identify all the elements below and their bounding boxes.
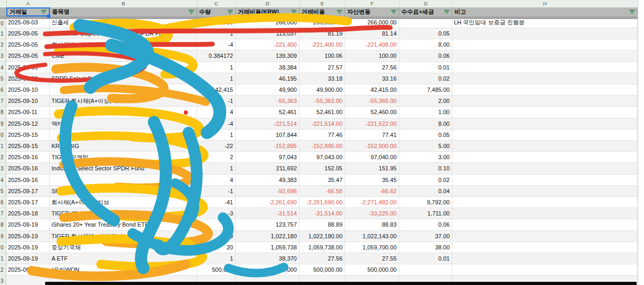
cell-change[interactable]: 77.41	[345, 129, 399, 141]
cell-note[interactable]	[452, 231, 638, 242]
cell-change[interactable]: -221,522.00	[345, 118, 399, 129]
cell-qty[interactable]: 19	[197, 231, 236, 242]
cell-note[interactable]	[452, 152, 638, 163]
cell-qty[interactable]: -22	[197, 141, 236, 152]
column-letter-D[interactable]: D	[236, 0, 300, 7]
cell-date[interactable]: 2025-09-03	[6, 19, 50, 28]
cell-note[interactable]	[452, 186, 638, 197]
row-number[interactable]: 2	[0, 152, 6, 163]
cell-name[interactable]: TIGER 모멘텀	[50, 152, 197, 163]
cell-qty[interactable]: 1	[197, 28, 236, 39]
cell-note[interactable]	[452, 219, 638, 230]
column-letter-B[interactable]: B	[50, 0, 198, 7]
cell-date[interactable]: 2025-09-09	[6, 73, 50, 84]
cell-cost[interactable]: 1,022,180.00	[299, 231, 345, 242]
cell-name[interactable]: 신출세	[50, 19, 197, 28]
cell-cost[interactable]: 27.56	[299, 253, 345, 264]
filter-icon[interactable]	[443, 9, 450, 15]
cell-cost[interactable]: 35.47	[299, 175, 345, 186]
cell-change[interactable]: -152,900.00	[345, 141, 399, 152]
cell-fee[interactable]: 0.02	[399, 73, 452, 84]
cell-fee[interactable]: 37.00	[399, 231, 452, 242]
cell-date[interactable]: 2025-09-19	[6, 253, 50, 264]
cell-change[interactable]: 35.45	[345, 175, 399, 186]
cell-cost_krw[interactable]: -221,514	[236, 118, 299, 129]
cell-cost_krw[interactable]: 49,383	[236, 175, 299, 186]
cell-name[interactable]: CME	[50, 50, 197, 62]
cell-date[interactable]: 2025-09-18	[6, 208, 50, 219]
cell-note[interactable]	[452, 84, 638, 96]
cell-fee[interactable]: 0.06	[399, 219, 452, 230]
cell-name[interactable]: (우리WON	[50, 264, 197, 275]
cell-qty[interactable]: 1	[197, 129, 236, 141]
cell-fee[interactable]: 8.00	[399, 39, 452, 50]
cell-cost[interactable]: -55,363.00	[299, 96, 345, 107]
cell-qty[interactable]: -4	[197, 39, 236, 50]
cell-cost[interactable]: 266,000.00	[299, 19, 345, 28]
header-cell-D[interactable]: 거래비용(KRW)	[236, 7, 299, 16]
row-number[interactable]: 9	[0, 231, 6, 242]
filter-icon[interactable]	[390, 9, 397, 15]
header-cell-H[interactable]: 비고	[452, 7, 638, 16]
cell-note[interactable]	[452, 264, 638, 275]
cell-qty[interactable]: -3	[197, 208, 236, 219]
cell-cost_krw[interactable]: 1,022,180	[236, 231, 299, 242]
cell-cost[interactable]: 81.19	[299, 28, 345, 39]
cell-name[interactable]: TIGER 회사채(A+이상)액티브	[50, 96, 197, 107]
cell-name[interactable]	[50, 175, 197, 186]
column-letter-A[interactable]: A	[6, 0, 50, 7]
cell-note[interactable]	[452, 107, 638, 118]
row-number[interactable]: 2	[0, 39, 6, 50]
filter-icon[interactable]	[40, 9, 47, 15]
cell-qty[interactable]: -1	[197, 186, 236, 197]
cell-qty[interactable]: -1	[197, 96, 236, 107]
cell-name[interactable]: 회사채(A+이상)액티브	[50, 39, 197, 50]
cell-fee[interactable]: 0.05	[399, 129, 452, 141]
cell-fee[interactable]: 9,792.00	[399, 197, 452, 208]
cell-qty[interactable]: 4	[197, 175, 236, 186]
cell-cost_krw[interactable]: 211,692	[236, 163, 299, 174]
row-number[interactable]: 4	[0, 62, 6, 73]
header-cell-C[interactable]: 수량	[197, 7, 236, 16]
header-cell-G[interactable]: 수수료+세금	[399, 7, 452, 16]
cell-date[interactable]: 2025-09-17	[6, 197, 50, 208]
cell-change[interactable]: 266,000.00	[345, 19, 399, 28]
cell-date[interactable]: 2025-09-10	[6, 84, 50, 96]
cell-cost_krw[interactable]: 500,000	[236, 264, 299, 275]
cell-cost_krw[interactable]: 38,370	[236, 253, 299, 264]
cell-change[interactable]: 33.16	[345, 73, 399, 84]
cell-name[interactable]	[50, 129, 197, 141]
cell-cost_krw[interactable]: 107,844	[236, 129, 299, 141]
cell-note[interactable]	[452, 197, 638, 208]
cell-note[interactable]	[452, 62, 638, 73]
scrollbar-track[interactable]	[638, 0, 644, 285]
cell-cost_krw[interactable]: -92,696	[236, 186, 299, 197]
cell-note[interactable]	[452, 129, 638, 141]
cell-name[interactable]: 회사채(A+이상)액티브	[50, 197, 197, 208]
cell-qty[interactable]: 1	[197, 219, 236, 230]
cell-qty[interactable]: 2	[197, 152, 236, 163]
row-number[interactable]: 5	[0, 73, 6, 84]
cell-cost_krw[interactable]: -221,400	[236, 39, 299, 50]
cell-fee[interactable]: 2.00	[399, 96, 452, 107]
cell-date[interactable]: 2025-09-12	[6, 118, 50, 129]
cell-name[interactable]: iShares 20+ Year Treasury Bond ETF	[50, 219, 197, 230]
cell-name[interactable]: SPDR	[50, 186, 197, 197]
cell-note[interactable]	[452, 242, 638, 253]
column-letter-G[interactable]: G	[399, 0, 453, 7]
cell-cost[interactable]: 152.05	[299, 163, 345, 174]
cell-change[interactable]: -55,365.00	[345, 96, 399, 107]
cell-name[interactable]: 액티브	[50, 118, 197, 129]
cell-qty[interactable]: 266,000	[197, 19, 236, 28]
cell-name[interactable]: 중장기국채	[50, 242, 197, 253]
cell-cost_krw[interactable]: 266,000	[236, 19, 299, 28]
cell-date[interactable]: 2025-09-11	[6, 107, 50, 118]
cell-change[interactable]: -33,225.00	[345, 208, 399, 219]
header-cell-A[interactable]: 거래일	[6, 7, 50, 16]
cell-date[interactable]: 2025-09-19	[6, 231, 50, 242]
cell-qty[interactable]: 20	[197, 242, 236, 253]
cell-cost[interactable]: 500,000.00	[299, 264, 345, 275]
cell-date[interactable]: 2025-09-10	[6, 96, 50, 107]
row-number[interactable]: 1	[0, 28, 6, 39]
cell-date[interactable]: 2025-09-19	[6, 242, 50, 253]
